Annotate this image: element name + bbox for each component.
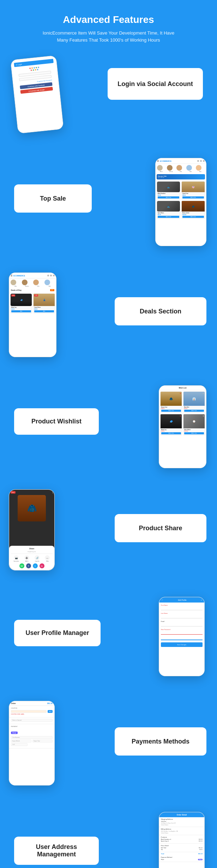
share-whatsapp-btn[interactable]: W [19, 563, 24, 568]
ecomm-title: ECOMMERCE [160, 160, 171, 162]
stripe-badge: Stripe [11, 732, 18, 734]
phone-deals: ☰ ECOMMERCE Men Women [9, 273, 56, 357]
phone-wishlist: Wish List 🧥 ♥ Brown Coat $89.00 Add to C… [159, 385, 206, 468]
deals-cat-1 [11, 280, 16, 285]
profile-field-5-highlight[interactable] [161, 637, 203, 640]
wishlist-btn-1[interactable]: Add to Cart [161, 410, 181, 412]
share-instagram-btn[interactable]: in [40, 563, 44, 568]
profile-field-4[interactable] [161, 631, 203, 635]
section-share: New ⟨ 🧥 Share thought long cost 📷 Save p… [7, 484, 210, 586]
share-divider [11, 554, 53, 554]
address-total-value: $81.50 [198, 853, 203, 855]
banner-strip: Summer Sale Up to 50% off [157, 174, 205, 179]
deals-product-grid: 🧢 -20% Black Cap $25.00 Add 👗 -30% Camel… [9, 292, 56, 314]
deals-cat-3 [33, 280, 39, 285]
coupon-label: COUPON CODE LABEL [11, 714, 53, 715]
share-option-2: ➕ Add to [24, 555, 29, 562]
section-deals: ☰ ECOMMERCE Men Women [7, 265, 210, 375]
add-btn-4[interactable]: Add to Cart [182, 216, 204, 218]
wishlist-heart-1: ♥ [180, 392, 181, 395]
section-top-sale: Top Sale ☰ ECOMMERCE Men's [7, 153, 210, 262]
phone-profile: ← Edit Profile ✓ First Name Last Name Em… [159, 597, 205, 676]
profile-field-1[interactable] [161, 607, 203, 610]
deal-add-1[interactable]: Add [11, 310, 31, 312]
profile-feature-card: User Profile Manager [14, 620, 101, 646]
share-social-row: W f t in [11, 563, 53, 568]
address-billing-section: Billing Address 456 Oak Ave, Los Angeles… [159, 827, 204, 835]
expiry-year-field[interactable]: Expire Year [32, 740, 53, 742]
section-wishlist: Product Wishlist Wish List 🧥 ♥ Brown Coa… [7, 378, 210, 481]
card-number-field[interactable]: Card Number [11, 736, 53, 739]
wishlist-item-1: 🧥 ♥ Brown Coat $89.00 Add to Cart [160, 391, 182, 413]
product-row-price-2: $22.45 [199, 841, 203, 842]
cat-label-4: Sale [186, 171, 195, 172]
deal-price-1: $25.00 [11, 308, 31, 310]
wishlist-price-4: $120.00 [184, 430, 204, 432]
address-billing-title: Billing Address [161, 828, 203, 830]
price-subtotal-value: $81.45 [199, 847, 203, 849]
deals-ecomm-header: ☰ ECOMMERCE [9, 273, 56, 279]
address-payment-method-section: Payment Method Stripe Stripe [159, 855, 204, 862]
payment-method-stripe: Stripe [161, 859, 164, 860]
cvv-field[interactable]: CVC [11, 743, 28, 746]
share-option-icon-2: ➕ [24, 555, 29, 560]
profile-field-2[interactable] [161, 615, 203, 618]
profile-field-lbl-4: New Password [161, 629, 203, 630]
share-feature-label: Product Share [132, 518, 189, 539]
deals-app-title: ECOMMERCE [13, 275, 25, 277]
address-total-label: Total [161, 853, 164, 855]
profile-field-3[interactable] [161, 623, 203, 626]
cat-avatar-5 [196, 165, 201, 171]
expiry-month-field[interactable]: Expire Month [11, 740, 31, 742]
share-new-badge: New [11, 491, 16, 494]
cat-label-3: Kids [176, 171, 185, 172]
phone-login: ✕ Login Forgotten My Password [10, 55, 64, 134]
profile-save-btn[interactable]: Save Changes [161, 642, 203, 647]
cat-label-2: Women [167, 171, 176, 172]
login-logo-dots [29, 67, 40, 71]
deals-cat-lbl-1: Men [11, 286, 21, 287]
share-option-4: ⋯ Other [45, 555, 50, 562]
ecomm-header: ☰ ECOMMERCE [156, 158, 206, 164]
deal-tag: HOT [50, 289, 54, 291]
ecomm-top-sale-screen: ☰ ECOMMERCE Men's Women [156, 158, 206, 246]
order-notes-field[interactable]: Notes or Special [11, 719, 53, 722]
deals-cat-lbl-4: Sale [44, 286, 55, 287]
order-notes-section: Notes or Special [9, 717, 54, 724]
page-subtitle: IonicEcommerce Item Will Save Your Devel… [42, 30, 176, 43]
product-price-3: $45.00 [158, 214, 179, 215]
share-twitter-btn[interactable]: t [33, 563, 38, 568]
login-header-text: ✕ Login [16, 63, 22, 66]
product-card-4: 🧥 Brown Jacket $120.00 Add to Cart [181, 201, 205, 219]
deals-cat-2 [22, 280, 28, 285]
price-subtotal-row: Sub Total $81.45 [161, 847, 203, 849]
product-card-2: 👘 Camel Coat $89.00 Add to Cart [181, 181, 205, 200]
phone-payments: Order $81.50 Coupon Apply COUPON CODE LA… [9, 701, 55, 786]
share-option-label-1: Save photo [14, 561, 19, 562]
cvv-placeholder: CVC [12, 744, 15, 745]
wishlist-btn-4[interactable]: Add to Cart [184, 432, 204, 434]
add-btn-2[interactable]: Add to Cart [182, 196, 204, 198]
profile-field-lbl-3: Email [161, 621, 203, 622]
section-payments: Order $81.50 Coupon Apply COUPON CODE LA… [7, 696, 210, 801]
page-header: Advanced Features IonicEcommerce Item Wi… [0, 0, 217, 50]
product-row-price-1: $59.00 [199, 839, 203, 840]
price-tax-value: $0.05 [199, 849, 203, 850]
deal-add-2[interactable]: Add [34, 310, 54, 312]
share-facebook-btn[interactable]: f [26, 563, 31, 568]
product-name-3: Sport Shoes [158, 212, 179, 214]
wishlist-btn-2[interactable]: Add to Cart [184, 410, 204, 412]
share-option-3: 🔗 Copy link [35, 555, 40, 562]
cat-avatar-4 [186, 165, 192, 171]
address-price-title: Price Detail [161, 845, 203, 846]
wishlist-btn-3[interactable]: Add to Cart [161, 432, 181, 434]
address-products-title: Products [161, 836, 203, 838]
page-title: Advanced Features [14, 14, 203, 25]
product-price-1: $59.00 [158, 195, 179, 196]
address-total-row: Total $81.50 [159, 852, 204, 855]
price-tax-label: Tax [161, 849, 163, 850]
add-btn-1[interactable]: Add to Cart [158, 196, 179, 198]
deals-cat-lbl-3: Kids [33, 286, 43, 287]
add-btn-3[interactable]: Add to Cart [158, 216, 179, 218]
product-row-name-1: Black Sneakers x1 [161, 839, 171, 840]
